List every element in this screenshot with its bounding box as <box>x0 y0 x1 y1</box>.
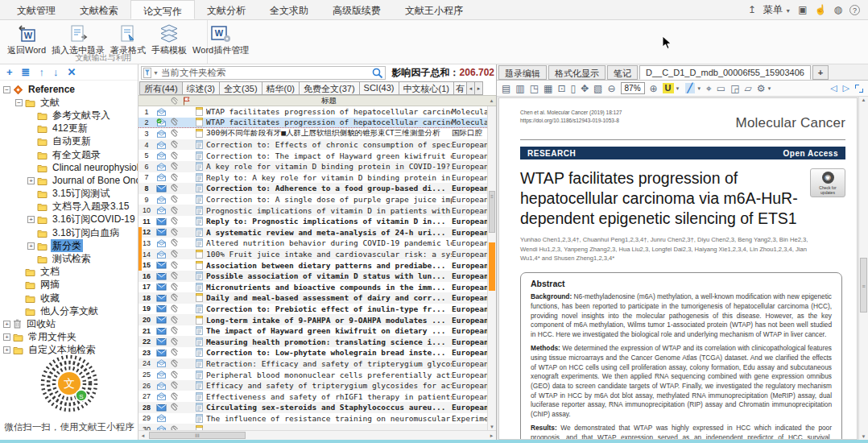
chevron-down-icon[interactable]: ▼ <box>767 86 772 91</box>
tree-item[interactable]: 自动更新 <box>3 135 138 148</box>
delete-icon[interactable]: ▯ <box>570 84 576 93</box>
tree-item[interactable]: 他人分享文献 <box>3 304 138 317</box>
tree-item[interactable]: 文档 <box>3 266 138 279</box>
expand-icon[interactable]: + <box>27 242 35 250</box>
scroll-left-icon[interactable]: ◂ <box>138 431 147 440</box>
table-row[interactable]: 25Peripheral blood mononuclear cells pre… <box>138 369 487 380</box>
table-row[interactable]: 21The impact of Hayward green kiwifruit … <box>138 325 487 337</box>
filter-tab[interactable]: 免费全文(37) <box>299 81 360 95</box>
table-row[interactable]: 28Circulating sex-steroids and Staphyloc… <box>138 402 487 413</box>
ribbon-tab[interactable]: 高级版续费 <box>320 0 393 19</box>
ribbon-tab[interactable]: 论文写作 <box>130 0 195 19</box>
filter-tab[interactable]: 精华(0) <box>262 81 300 95</box>
like-icon[interactable]: ☝ <box>815 4 827 15</box>
video-icon[interactable]: ▣ <box>798 4 807 15</box>
new-tab-button[interactable]: + <box>812 65 829 80</box>
scroll-up-icon[interactable]: ▲ <box>487 98 496 103</box>
pdf-vertical-scrollbar[interactable]: ▲ ≡ ▼ <box>858 97 868 440</box>
collapse-icon[interactable]: − <box>15 99 23 106</box>
tree-item[interactable]: 文档导入题录3.15 <box>3 201 138 213</box>
select-icon[interactable]: ▧ <box>593 84 602 93</box>
save-as-icon[interactable]: ▥ <box>515 84 524 93</box>
scroll-down-icon[interactable]: ▼ <box>488 424 496 429</box>
tree-item[interactable]: +新分类 <box>3 239 138 252</box>
note-icon[interactable]: ▭ <box>717 84 725 93</box>
tree-item[interactable]: 网摘 <box>3 279 138 292</box>
print-icon[interactable]: ▦ <box>544 84 552 93</box>
table-row[interactable]: 24Retraction: Efficacy and safety of tri… <box>138 358 487 370</box>
snapshot-icon[interactable]: ◲ <box>730 84 739 93</box>
draw-icon[interactable]: ╱ <box>685 83 696 93</box>
tree-item[interactable]: +回收站 <box>3 317 138 330</box>
expand-icon[interactable]: + <box>27 177 35 184</box>
tree-item[interactable]: +Journal of Bone Oncology <box>3 174 138 187</box>
ribbon-tab[interactable]: 文献王小程序 <box>393 0 475 19</box>
filter-tab[interactable]: SCI(43) <box>359 81 399 95</box>
export-icon[interactable]: ◳ <box>530 84 539 93</box>
ribbon-tab[interactable]: 文献检索 <box>68 0 130 19</box>
list-horizontal-scrollbar[interactable]: ◂ ⦀⦀ ▸ <box>138 430 496 440</box>
zoom-level[interactable]: 87% <box>621 82 645 94</box>
settings-icon[interactable]: ⚙ <box>757 84 766 93</box>
filter-tab[interactable]: 所有(44) <box>139 81 183 95</box>
upload-icon[interactable]: ↥ <box>748 4 756 15</box>
expand-icon[interactable]: + <box>27 216 35 223</box>
filter-caret-icon[interactable]: ▼ <box>153 70 159 76</box>
hierarchy-icon[interactable]: ≣ <box>22 67 31 77</box>
table-row[interactable]: 1WTAP facilitates progression of hepatoc… <box>138 106 487 118</box>
tree-item[interactable]: 收藏 <box>3 292 138 304</box>
tree-item[interactable]: 3.18订阅白血病 <box>3 226 138 239</box>
tab-record-edit[interactable]: 题录编辑 <box>498 65 547 80</box>
highlight-icon[interactable]: U <box>663 83 674 93</box>
tree-item[interactable]: +常用文件夹 <box>3 331 138 344</box>
tree-item[interactable]: 测试检索 <box>3 252 138 265</box>
add-folder-icon[interactable]: + <box>6 67 13 77</box>
help-icon[interactable]: ? <box>849 5 860 15</box>
lock-icon[interactable]: ⊡ <box>557 84 565 93</box>
tabs-scroll-right-icon[interactable]: ▸ <box>474 81 483 95</box>
scroll-right-icon[interactable]: ▸ <box>487 431 496 440</box>
filter-tab[interactable]: 综述(3) <box>182 81 220 95</box>
menu-button[interactable]: 菜单 ▼ <box>763 3 791 17</box>
save-icon[interactable]: ▤ <box>502 84 510 93</box>
flag-column-icon[interactable] <box>180 97 192 106</box>
tree-item[interactable]: 有全文题录 <box>3 148 138 161</box>
table-row[interactable]: 4Correction to: Effects of chronic consu… <box>138 139 487 151</box>
form-icon[interactable]: ▱ <box>745 84 752 93</box>
table-row[interactable]: 22Measuring health promotion: translatin… <box>138 336 487 347</box>
fullscreen-icon[interactable] <box>855 85 863 93</box>
tree-item[interactable]: Clincal neurophysiology <box>3 161 138 174</box>
tree-item[interactable]: 参考文献导入 <box>3 109 138 122</box>
move-down-icon[interactable]: ↓ <box>53 67 59 77</box>
check-for-updates-badge[interactable]: ◉ Check for updates <box>810 168 845 197</box>
table-row[interactable]: 14100% Fruit juice intake and cardiovasc… <box>138 249 487 260</box>
hscrollbar-thumb[interactable]: ⦀⦀ <box>149 432 246 439</box>
table-row[interactable]: 19Correction to: Prebiotic effect of inu… <box>138 304 487 315</box>
table-row[interactable]: 6A key role for vitamin D binding protei… <box>138 161 487 172</box>
tab-formatted-view[interactable]: 格式化显示 <box>548 65 606 80</box>
chevron-down-icon[interactable]: ▼ <box>676 86 680 91</box>
scrollbar-thumb[interactable]: ≡ <box>489 191 495 233</box>
next-page-icon[interactable]: ▷ <box>843 83 849 93</box>
table-row[interactable]: 27Effectiveness and safety of rhIGF1 the… <box>138 391 487 402</box>
search-icon[interactable]: ⌖ <box>706 84 712 93</box>
table-row[interactable]: 7Reply to: A key role for vitamin D bind… <box>138 172 487 184</box>
tree-item[interactable]: 412更新 <box>3 122 138 135</box>
pdf-scrollbar-thumb[interactable]: ≡ <box>860 258 867 313</box>
list-vertical-scrollbar[interactable]: ≡ ▼ <box>487 106 496 430</box>
table-row[interactable]: 17Micronutrients and bioactive compounds… <box>138 282 487 293</box>
filter-tab[interactable]: 有 <box>453 81 467 95</box>
filter-icon[interactable] <box>143 68 153 78</box>
table-row[interactable]: 3300例不同年龄段有牙■人群上唇软组织侧貌的锥形束CT三维测量分析国际口腔 <box>138 128 487 139</box>
zoom-in-icon[interactable]: ⊕ <box>650 84 658 93</box>
table-row[interactable]: 12A systematic review and meta-analysis … <box>138 227 487 238</box>
search-input[interactable] <box>159 68 372 78</box>
table-row[interactable]: 23Correction to: Low-phytate wholegrain … <box>138 347 487 358</box>
table-row[interactable]: 2WTAP facilitates progression of hepatoc… <box>138 118 487 129</box>
table-row[interactable]: 15Association between dietary patterns a… <box>138 259 487 271</box>
collapse-icon[interactable]: − <box>3 86 10 93</box>
tab-notes[interactable]: 笔记 <box>607 65 638 80</box>
table-row[interactable]: 13Altered nutrition behavior during COVI… <box>138 238 487 249</box>
tree-item[interactable]: −文献 <box>3 96 138 109</box>
chevron-down-icon[interactable]: ▼ <box>696 86 701 91</box>
